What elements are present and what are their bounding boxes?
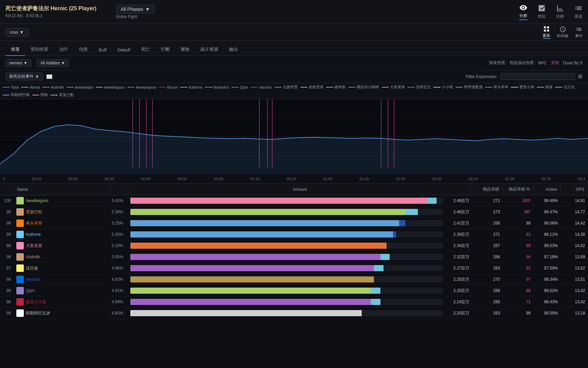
- legend-item[interactable]: 破碎鱼: [326, 85, 346, 90]
- cell-name[interactable]: 阿勒阿巴五岁: [14, 308, 109, 319]
- phase-button[interactable]: All Phases ▼: [116, 5, 154, 14]
- tab-buff[interactable]: Buff: [93, 45, 112, 56]
- cell-name[interactable]: Varchar: [14, 274, 109, 285]
- tab-threat[interactable]: 仇恨: [74, 44, 93, 56]
- tab-interrupt[interactable]: 打断: [156, 44, 175, 56]
- filter-expression-input[interactable]: [500, 73, 575, 80]
- col-name[interactable]: Name: [14, 184, 109, 195]
- enemies-filter-button[interactable]: nemies ▼: [5, 59, 31, 67]
- view-chart[interactable]: 图表: [543, 26, 550, 39]
- col-active[interactable]: Active: [534, 184, 561, 195]
- view-events[interactable]: 事件: [575, 26, 583, 39]
- filter-link-overflow[interactable]: 包括溢出伤害: [509, 60, 534, 66]
- filter-gear-button[interactable]: ⚙: [578, 73, 583, 80]
- cell-name[interactable]: 法兰佐: [14, 263, 109, 274]
- legend-item[interactable]: 九骏萨贾: [275, 85, 298, 90]
- table-row[interactable]: 99阿勒阿巴五岁4.80%2.20百万2639999.59%13,18: [0, 308, 588, 319]
- legend-item[interactable]: 举头举举: [485, 85, 508, 90]
- legend-label: 爱受小弟: [519, 85, 534, 90]
- legend-item[interactable]: Total: [3, 85, 19, 90]
- col-ilvl[interactable]: 物品等级: [472, 184, 503, 195]
- tab-casts[interactable]: 施法: [224, 44, 243, 56]
- top-nav-icons: 分析 对比 分析 排名: [519, 3, 583, 20]
- abilities-filter-button[interactable]: All Abilities ▼: [37, 59, 69, 67]
- legend-label: 九骏萨贾: [283, 85, 298, 90]
- legend-item[interactable]: 友刎贵谁: [300, 85, 324, 90]
- legend-item[interactable]: Awwbwgloi: [67, 85, 93, 90]
- bar-segment: [130, 288, 371, 294]
- legend-item[interactable]: Varchar: [251, 85, 272, 90]
- legend-line: [382, 87, 389, 88]
- tab-debuff[interactable]: Debuff: [112, 45, 136, 56]
- legend-item[interactable]: Qqm: [232, 85, 248, 90]
- cell-name[interactable]: Asdmilk: [14, 251, 109, 263]
- filter-link-npc[interactable]: NPC: [538, 61, 546, 65]
- legend-item[interactable]: 小小喵: [434, 85, 453, 90]
- legend-item[interactable]: 阿勒阿巴哦: [3, 92, 30, 97]
- cell-amount: 2.25百万: [446, 288, 470, 294]
- cell-name[interactable]: 黑曼巴蛇: [14, 206, 109, 218]
- eye-icon: [519, 3, 527, 12]
- table-header-row: Name Amount 物品等级 物品等级 % Active DPS: [0, 184, 588, 195]
- legend-item[interactable]: Noobsfox: [205, 85, 229, 90]
- legend-item[interactable]: Alexia: [21, 85, 40, 90]
- sources-button[interactable]: rces ▼: [5, 28, 28, 36]
- legend-item[interactable]: Awwbwgxxo: [128, 85, 156, 90]
- nav-compare[interactable]: 对比: [538, 4, 546, 19]
- legend-item[interactable]: 法兰佐: [555, 85, 575, 90]
- table-row[interactable]: 98Asdmilk5.05%2.32百万2668497.18%13,89: [0, 251, 588, 263]
- legend-item[interactable]: 阿勒: [32, 92, 48, 97]
- table-row[interactable]: 99Varchar4.92%2.25百万2709799.34%13,51: [0, 274, 588, 285]
- tab-death[interactable]: 死亡: [136, 44, 156, 56]
- filter-link-added[interactable]: 加攻伤害: [489, 60, 505, 66]
- cell-ilvl: 266: [472, 218, 503, 229]
- cell-name[interactable]: Qqm: [14, 285, 109, 296]
- legend-line: [348, 87, 355, 88]
- legend-item[interactable]: 安静宝宝: [408, 85, 431, 90]
- event-filter-button[interactable]: 家死后的事件 ▼: [5, 73, 43, 80]
- nav-analyze[interactable]: 分析: [519, 3, 527, 20]
- cell-name[interactable]: 拳头哥哥: [14, 218, 109, 229]
- table-row[interactable]: 99Qqm4.91%2.25百万2688899.02%13,42: [0, 285, 588, 296]
- legend-item[interactable]: 带带溜量溜: [456, 85, 483, 90]
- nav-chart[interactable]: 分析: [556, 4, 564, 19]
- legend-item[interactable]: 哦好好小喵咪: [348, 85, 379, 90]
- cell-name[interactable]: 最爱小小鱼: [14, 296, 109, 308]
- legend-item[interactable]: 谢谢: [537, 85, 553, 90]
- cell-amount: 2.39百万: [446, 232, 470, 237]
- col-ilvl-pct[interactable]: 物品等级 %: [503, 184, 534, 195]
- tab-healing[interactable]: 治疗: [54, 44, 74, 56]
- table-row[interactable]: 100Awwbwgxxo5.42%2.49百万271100*99.49%14,9…: [0, 195, 588, 206]
- col-dps[interactable]: DPS: [561, 184, 588, 195]
- bar-segment: [130, 265, 374, 271]
- filter-link-pets[interactable]: 宠物: [551, 60, 559, 66]
- table-row[interactable]: 99Kathvne5.20%2.39百万2718198.11%14,30: [0, 229, 588, 240]
- tab-damage-taken[interactable]: 受到伤害: [25, 44, 54, 56]
- legend-item[interactable]: 大富寅寅: [382, 85, 405, 90]
- legend-item[interactable]: Asdmilk: [43, 85, 64, 90]
- cell-name[interactable]: Awwbwgxxo: [14, 195, 109, 206]
- view-timeline[interactable]: 时间轴: [557, 26, 568, 39]
- legend-item[interactable]: Brucel: [159, 85, 178, 90]
- tab-damage[interactable]: 伤害: [5, 44, 25, 56]
- table-row[interactable]: 97法兰佐4.96%2.27百万2639197.59%13,62: [0, 263, 588, 274]
- legend-item[interactable]: Kathvne: [180, 85, 202, 90]
- cell-bar: 2.24百万: [128, 296, 472, 308]
- table-row[interactable]: 99拳头哥哥5.25%2.41百万2669899.06%14,42: [0, 218, 588, 229]
- cell-name[interactable]: 大富寅寅: [14, 240, 109, 251]
- cell-bar: 2.49百万: [128, 195, 472, 206]
- cell-ilvl: 266: [472, 251, 503, 263]
- color-swatch[interactable]: [46, 74, 52, 79]
- tab-resources[interactable]: 战斗资源: [195, 44, 224, 56]
- nav-ranking[interactable]: 排名: [574, 4, 583, 19]
- filter-link-doneby[interactable]: Done By S: [563, 61, 583, 65]
- tab-dispel[interactable]: 驱散: [175, 44, 195, 56]
- table-row[interactable]: 98大富寅寅5.10%2.34百万2678999.53%14,02: [0, 240, 588, 251]
- time-label: 02:10: [469, 177, 478, 181]
- legend-item[interactable]: 某某已配: [51, 92, 74, 97]
- table-row[interactable]: 96最爱小小鱼4.89%2.24百万2657198.43%13,42: [0, 296, 588, 308]
- legend-item[interactable]: Awwbwgoxo: [96, 85, 125, 90]
- table-row[interactable]: 99黑曼巴蛇5.38%2.46百万27396*99.47%14,77: [0, 206, 588, 218]
- cell-name[interactable]: Kathvne: [14, 229, 109, 240]
- legend-item[interactable]: 爱受小弟: [511, 85, 534, 90]
